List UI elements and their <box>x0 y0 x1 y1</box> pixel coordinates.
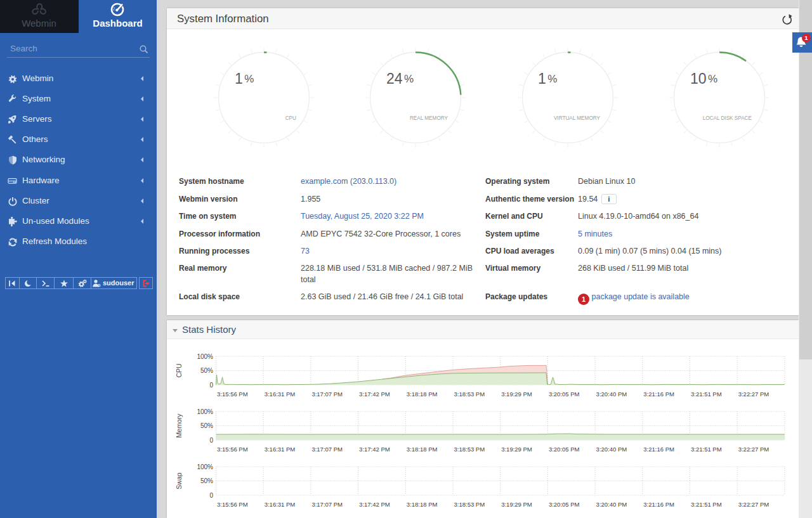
svg-text:3:22:27 PM: 3:22:27 PM <box>738 446 769 453</box>
svg-text:3:16:31 PM: 3:16:31 PM <box>265 391 296 398</box>
svg-text:3:21:51 PM: 3:21:51 PM <box>691 446 722 453</box>
svg-text:3:18:18 PM: 3:18:18 PM <box>407 446 438 453</box>
svg-text:3:19:29 PM: 3:19:29 PM <box>501 501 532 508</box>
svg-text:3:22:27 PM: 3:22:27 PM <box>738 391 769 398</box>
svg-text:3:16:31 PM: 3:16:31 PM <box>265 446 296 453</box>
svg-text:3:21:16 PM: 3:21:16 PM <box>643 501 674 508</box>
svg-text:3:19:29 PM: 3:19:29 PM <box>501 391 532 398</box>
svg-text:3:20:40 PM: 3:20:40 PM <box>596 446 627 453</box>
svg-text:3:17:42 PM: 3:17:42 PM <box>359 501 390 508</box>
svg-text:0: 0 <box>209 382 213 389</box>
svg-text:3:19:29 PM: 3:19:29 PM <box>501 446 532 453</box>
svg-text:3:21:51 PM: 3:21:51 PM <box>691 391 722 398</box>
svg-text:3:15:56 PM: 3:15:56 PM <box>217 501 248 508</box>
svg-text:3:21:16 PM: 3:21:16 PM <box>643 391 674 398</box>
svg-text:Memory: Memory <box>175 413 183 438</box>
svg-text:3:18:53 PM: 3:18:53 PM <box>454 501 485 508</box>
svg-text:0: 0 <box>209 492 213 499</box>
svg-text:3:21:16 PM: 3:21:16 PM <box>643 446 674 453</box>
svg-text:3:20:05 PM: 3:20:05 PM <box>549 446 580 453</box>
svg-text:3:17:42 PM: 3:17:42 PM <box>359 391 390 398</box>
svg-text:3:17:07 PM: 3:17:07 PM <box>311 501 343 508</box>
svg-text:3:22:27 PM: 3:22:27 PM <box>738 501 769 508</box>
svg-text:3:17:07 PM: 3:17:07 PM <box>311 391 343 398</box>
svg-text:Swap: Swap <box>175 472 183 489</box>
svg-text:3:21:51 PM: 3:21:51 PM <box>691 501 722 508</box>
svg-text:3:18:53 PM: 3:18:53 PM <box>454 391 485 398</box>
svg-text:3:20:40 PM: 3:20:40 PM <box>596 391 627 398</box>
svg-text:3:18:18 PM: 3:18:18 PM <box>407 501 438 508</box>
svg-text:3:20:05 PM: 3:20:05 PM <box>549 501 580 508</box>
svg-text:3:18:53 PM: 3:18:53 PM <box>454 446 485 453</box>
svg-text:3:17:07 PM: 3:17:07 PM <box>311 446 343 453</box>
svg-text:3:20:40 PM: 3:20:40 PM <box>596 501 627 508</box>
svg-text:100%: 100% <box>197 353 213 360</box>
svg-text:3:16:31 PM: 3:16:31 PM <box>265 501 296 508</box>
svg-text:3:18:18 PM: 3:18:18 PM <box>407 391 438 398</box>
svg-text:50%: 50% <box>200 477 213 484</box>
svg-text:3:17:42 PM: 3:17:42 PM <box>359 446 390 453</box>
svg-text:50%: 50% <box>200 422 213 429</box>
svg-text:3:15:56 PM: 3:15:56 PM <box>217 391 248 398</box>
svg-text:3:15:56 PM: 3:15:56 PM <box>217 446 248 453</box>
svg-text:100%: 100% <box>197 408 213 415</box>
svg-text:100%: 100% <box>197 463 213 470</box>
svg-text:3:20:05 PM: 3:20:05 PM <box>549 391 580 398</box>
svg-text:0: 0 <box>209 437 213 444</box>
svg-text:50%: 50% <box>200 367 213 374</box>
svg-text:CPU: CPU <box>175 363 183 377</box>
